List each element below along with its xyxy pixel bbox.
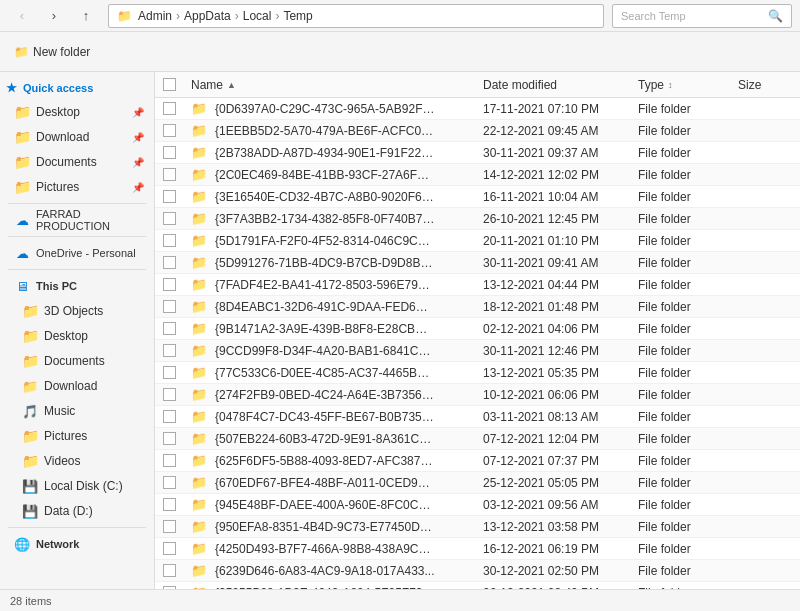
table-row[interactable]: 📁 {6239D646-6A83-4AC9-9A18-017A433... 30… — [155, 560, 800, 582]
main-content: ★ Quick access 📁 Desktop 📌 📁 Download 📌 … — [0, 72, 800, 589]
address-bar[interactable]: 📁 Admin › AppData › Local › Temp — [108, 4, 604, 28]
row-type: File folder — [630, 146, 730, 160]
header-checkbox[interactable] — [155, 78, 183, 91]
table-row[interactable]: 📁 {274F2FB9-0BED-4C24-A64E-3B7356B5... 1… — [155, 384, 800, 406]
table-row[interactable]: 📁 {670EDF67-BFE4-48BF-A011-0CED9B4... 25… — [155, 472, 800, 494]
row-checkbox[interactable] — [155, 476, 183, 489]
table-row[interactable]: 📁 {7FADF4E2-BA41-4172-8503-596E7978... 1… — [155, 274, 800, 296]
row-checkbox[interactable] — [155, 124, 183, 137]
folder-icon: 📁 — [191, 211, 207, 226]
row-checkbox[interactable] — [155, 388, 183, 401]
sidebar-item-desktop-qa[interactable]: 📁 Desktop 📌 — [2, 100, 152, 124]
new-folder-button[interactable]: 📁 New folder — [4, 36, 100, 68]
header-name[interactable]: Name ▲ — [183, 78, 475, 92]
sidebar-item-pictures-qa[interactable]: 📁 Pictures 📌 — [2, 175, 152, 199]
sidebar-item-download-qa[interactable]: 📁 Download 📌 — [2, 125, 152, 149]
sidebar-item-local-disk[interactable]: 💾 Local Disk (C:) — [2, 474, 152, 498]
sidebar-item-music[interactable]: 🎵 Music — [2, 399, 152, 423]
header-date[interactable]: Date modified — [475, 78, 630, 92]
row-type: File folder — [630, 124, 730, 138]
row-type: File folder — [630, 498, 730, 512]
row-checkbox[interactable] — [155, 366, 183, 379]
sidebar-item-farrad[interactable]: ☁ FARRAD PRODUCTION — [2, 208, 152, 232]
folder-icon: 📁 — [191, 299, 207, 314]
address-folder-icon: 📁 — [117, 9, 132, 23]
row-checkbox[interactable] — [155, 102, 183, 115]
row-checkbox[interactable] — [155, 454, 183, 467]
row-checkbox[interactable] — [155, 168, 183, 181]
address-part-1: Admin — [138, 9, 172, 23]
row-type: File folder — [630, 410, 730, 424]
table-row[interactable]: 📁 {77C533C6-D0EE-4C85-AC37-4465B1B... 13… — [155, 362, 800, 384]
row-checkbox[interactable] — [155, 542, 183, 555]
row-type: File folder — [630, 300, 730, 314]
row-checkbox[interactable] — [155, 520, 183, 533]
table-row[interactable]: 📁 {3E16540E-CD32-4B7C-A8B0-9020F65... 16… — [155, 186, 800, 208]
sidebar-item-onedrive[interactable]: ☁ OneDrive - Personal — [2, 241, 152, 265]
row-checkbox[interactable] — [155, 256, 183, 269]
table-row[interactable]: 📁 {950EFA8-8351-4B4D-9C73-E77450D3... 13… — [155, 516, 800, 538]
sidebar-item-videos[interactable]: 📁 Videos — [2, 449, 152, 473]
table-row[interactable]: 📁 {2B738ADD-A87D-4934-90E1-F91F226... 30… — [155, 142, 800, 164]
table-row[interactable]: 📁 {9CCD99F8-D34F-4A20-BAB1-6841C51... 30… — [155, 340, 800, 362]
row-date: 03-11-2021 08:13 AM — [475, 410, 630, 424]
up-button[interactable]: ↑ — [72, 2, 100, 30]
row-type: File folder — [630, 168, 730, 182]
sidebar-item-desktop-pc[interactable]: 📁 Desktop — [2, 324, 152, 348]
row-checkbox[interactable] — [155, 300, 183, 313]
row-type: File folder — [630, 388, 730, 402]
row-type: File folder — [630, 344, 730, 358]
table-row[interactable]: 📁 {625F6DF5-5B88-4093-8ED7-AFC387F9... 0… — [155, 450, 800, 472]
network-icon: 🌐 — [14, 536, 30, 552]
table-row[interactable]: 📁 {1EEBB5D2-5A70-479A-BE6F-ACFC06F... 22… — [155, 120, 800, 142]
sidebar-item-network[interactable]: 🌐 Network — [2, 532, 152, 556]
sidebar-item-data-d[interactable]: 💾 Data (D:) — [2, 499, 152, 523]
row-checkbox[interactable] — [155, 344, 183, 357]
back-button[interactable]: ‹ — [8, 2, 36, 30]
row-checkbox[interactable] — [155, 564, 183, 577]
search-bar[interactable]: Search Temp 🔍 — [612, 4, 792, 28]
sidebar-item-this-pc[interactable]: 🖥 This PC — [2, 274, 152, 298]
row-name: 📁 {507EB224-60B3-472D-9E91-8A361C6F... — [183, 431, 475, 446]
table-row[interactable]: 📁 {4250D493-B7F7-466A-98B8-438A9C4... 16… — [155, 538, 800, 560]
table-row[interactable]: 📁 {2C0EC469-84BE-41BB-93CF-27A6F4E... 14… — [155, 164, 800, 186]
sidebar-divider-3 — [8, 269, 146, 270]
row-name: 📁 {0478F4C7-DC43-45FF-BE67-B0B735D... — [183, 409, 475, 424]
header-size[interactable]: Size — [730, 78, 800, 92]
row-checkbox[interactable] — [155, 212, 183, 225]
folder-icon: 📁 — [191, 475, 207, 490]
table-row[interactable]: 📁 {507EB224-60B3-472D-9E91-8A361C6F... 0… — [155, 428, 800, 450]
table-row[interactable]: 📁 {35055B08-1D3E-4240-A804-5F95F73E... 0… — [155, 582, 800, 589]
folder-icon: 📁 — [191, 321, 207, 336]
row-checkbox[interactable] — [155, 410, 183, 423]
row-checkbox[interactable] — [155, 278, 183, 291]
row-checkbox[interactable] — [155, 190, 183, 203]
row-checkbox[interactable] — [155, 498, 183, 511]
table-row[interactable]: 📁 {5D991276-71BB-4DC9-B7CB-D9D8BD... 30-… — [155, 252, 800, 274]
table-row[interactable]: 📁 {9B1471A2-3A9E-439B-B8F8-E28CBA4... 02… — [155, 318, 800, 340]
row-checkbox[interactable] — [155, 234, 183, 247]
table-row[interactable]: 📁 {8D4EABC1-32D6-491C-9DAA-FED6C6... 18-… — [155, 296, 800, 318]
row-type: File folder — [630, 278, 730, 292]
sidebar-item-download-pc[interactable]: 📁 Download — [2, 374, 152, 398]
sidebar-item-3d-objects[interactable]: 📁 3D Objects — [2, 299, 152, 323]
forward-button[interactable]: › — [40, 2, 68, 30]
table-row[interactable]: 📁 {3F7A3BB2-1734-4382-85F8-0F740B71... 2… — [155, 208, 800, 230]
table-row[interactable]: 📁 {0478F4C7-DC43-45FF-BE67-B0B735D... 03… — [155, 406, 800, 428]
row-checkbox[interactable] — [155, 432, 183, 445]
desktop-qa-icon: 📁 — [14, 104, 30, 120]
row-checkbox[interactable] — [155, 322, 183, 335]
row-name: 📁 {2B738ADD-A87D-4934-90E1-F91F226... — [183, 145, 475, 160]
table-row[interactable]: 📁 {945E48BF-DAEE-400A-960E-8FC0C5F... 03… — [155, 494, 800, 516]
row-type: File folder — [630, 476, 730, 490]
row-type: File folder — [630, 190, 730, 204]
documents-qa-icon: 📁 — [14, 154, 30, 170]
sidebar-item-pictures-pc[interactable]: 📁 Pictures — [2, 424, 152, 448]
row-checkbox[interactable] — [155, 146, 183, 159]
header-type[interactable]: Type ↕ — [630, 78, 730, 92]
table-row[interactable]: 📁 {0D6397A0-C29C-473C-965A-5AB92FF... 17… — [155, 98, 800, 120]
sidebar-item-documents-qa[interactable]: 📁 Documents 📌 — [2, 150, 152, 174]
sidebar-item-documents-pc[interactable]: 📁 Documents — [2, 349, 152, 373]
folder-icon: 📁 — [191, 233, 207, 248]
table-row[interactable]: 📁 {5D1791FA-F2F0-4F52-8314-046C9C8D... 2… — [155, 230, 800, 252]
